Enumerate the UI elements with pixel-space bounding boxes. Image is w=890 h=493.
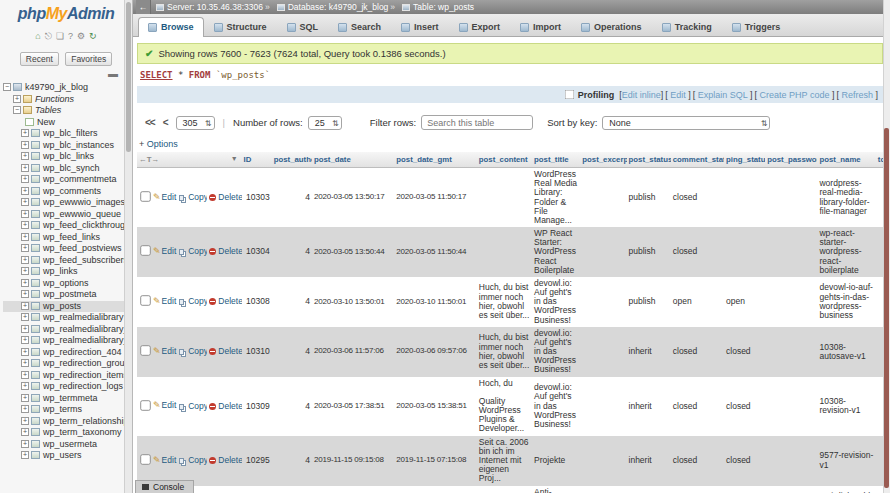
table-label[interactable]: wp_realmedialibrary_post	[43, 335, 132, 345]
cell-id[interactable]: 10310	[242, 327, 272, 377]
filter-rows-input[interactable]	[421, 115, 533, 130]
console-toggle[interactable]: Console	[135, 480, 194, 493]
expand-icon[interactable]: +	[21, 290, 29, 298]
copy-link[interactable]: Copy	[179, 296, 207, 306]
tree-node-tables[interactable]: −Tables	[3, 105, 132, 117]
sidebar-table-wp_ewwwio_images[interactable]: +wp_ewwwio_images	[3, 197, 132, 209]
cell-to[interactable]	[876, 227, 883, 277]
cell-post_date_gmt[interactable]: 2020-03-05 11:50:44	[394, 227, 476, 277]
copy-link[interactable]: Copy	[179, 246, 207, 256]
edit-link[interactable]: ✎Edit	[153, 192, 176, 202]
cell-ping_status[interactable]: closed	[724, 327, 765, 377]
sidebar-table-wp_users[interactable]: +wp_users	[3, 450, 132, 462]
cell-post_author[interactable]: 4	[272, 436, 312, 486]
expand-icon[interactable]: +	[21, 371, 29, 379]
sidebar-table-wp_realmedialibrary_meta[interactable]: +wp_realmedialibrary_meta	[3, 324, 132, 336]
cell-post_date[interactable]: 2020-03-06 11:57:06	[312, 327, 394, 377]
cell-to[interactable]	[876, 486, 883, 493]
edit-link[interactable]: ✎Edit	[153, 400, 176, 410]
delete-link[interactable]: Delete	[209, 455, 241, 465]
cell-to[interactable]	[876, 436, 883, 486]
cell-ping_status[interactable]: closed	[724, 436, 765, 486]
table-label[interactable]: wp_realmedialibrary_meta	[43, 324, 132, 334]
cell-post_status[interactable]: inherit	[627, 436, 671, 486]
cell-post_title[interactable]: WP React Starter: WordPress React Boiler…	[532, 227, 580, 277]
delete-link[interactable]: Delete	[209, 296, 241, 306]
cell-post_name[interactable]: devowl-io-auf-gehts-in-das-wordpress-bus…	[817, 277, 875, 327]
page-scrollbar[interactable]	[883, 0, 890, 493]
edit-link[interactable]: ✎Edit	[153, 346, 176, 356]
sidebar-table-wp_term_relationships[interactable]: +wp_term_relationships	[3, 416, 132, 428]
cell-id[interactable]: 10309	[242, 377, 272, 436]
profiling-link-explain-sql[interactable]: Explain SQL	[698, 90, 748, 100]
table-label[interactable]: wp_links	[43, 266, 78, 276]
sidebar-table-wp_redirection_logs[interactable]: +wp_redirection_logs	[3, 381, 132, 393]
docs-icon[interactable]: ❏	[56, 31, 64, 41]
cell-post_author[interactable]: 4	[272, 327, 312, 377]
edit-link[interactable]: ✎Edit	[153, 246, 176, 256]
sidebar-table-wp_options[interactable]: +wp_options	[3, 278, 132, 290]
tab-browse[interactable]: Browse	[138, 17, 204, 37]
cell-post_excerpt[interactable]	[580, 168, 626, 228]
cell-post_author[interactable]: 4	[272, 486, 312, 493]
sidebar-table-wp_feed_subscribers[interactable]: +wp_feed_subscribers	[3, 255, 132, 267]
collapse-icon[interactable]: −	[3, 83, 11, 91]
table-label[interactable]: wp_redirection_groups	[43, 358, 132, 368]
copy-link[interactable]: Copy	[179, 401, 207, 411]
cell-post_password[interactable]	[765, 436, 817, 486]
table-label[interactable]: wp_ewwwio_images	[43, 197, 125, 207]
table-label[interactable]: wp_postmeta	[43, 289, 97, 299]
cell-post_status[interactable]: inherit	[627, 327, 671, 377]
expand-icon[interactable]: +	[21, 336, 29, 344]
cell-post_date[interactable]: 2020-03-05 13:50:17	[312, 168, 394, 228]
expand-icon[interactable]: +	[21, 129, 29, 137]
cell-post_content[interactable]	[477, 486, 532, 493]
cell-post_password[interactable]	[765, 377, 817, 436]
cell-post_title[interactable]: WordPress Real Media Library: Folder & F…	[532, 168, 580, 228]
tree-node-database[interactable]: −k49790_jk_blog	[3, 82, 132, 94]
reload-icon[interactable]: ↻	[89, 31, 97, 41]
table-label[interactable]: wp_ewwwio_queue	[43, 209, 121, 219]
column-header-post_password[interactable]: post_password	[765, 152, 817, 168]
tree-node-new-table[interactable]: New	[3, 117, 132, 129]
cell-post_date[interactable]: 2019-11-15 09:15:08	[312, 436, 394, 486]
help-icon[interactable]: ?	[68, 31, 73, 41]
expand-icon[interactable]: +	[21, 164, 29, 172]
table-label[interactable]: wp_usermeta	[43, 439, 97, 449]
logout-icon[interactable]: ⎋	[45, 31, 52, 42]
cell-post_content[interactable]	[477, 168, 532, 228]
sidebar-table-wp_postmeta[interactable]: +wp_postmeta	[3, 289, 132, 301]
sidebar-table-wp_commentmeta[interactable]: +wp_commentmeta	[3, 174, 132, 186]
table-label[interactable]: wp_blc_instances	[43, 140, 114, 150]
new-table-label[interactable]: New	[37, 117, 55, 127]
column-header-post_title[interactable]: post_title	[532, 152, 580, 168]
expand-icon[interactable]: +	[21, 440, 29, 448]
previous-page-button[interactable]: <	[163, 117, 168, 128]
column-header-id[interactable]: ID	[242, 152, 272, 168]
table-label[interactable]: wp_realmedialibrary	[43, 312, 124, 322]
cell-post_name[interactable]: 10308-autosave-v1	[817, 327, 875, 377]
copy-link[interactable]: Copy	[179, 455, 207, 465]
cell-post_password[interactable]	[765, 227, 817, 277]
cell-post_excerpt[interactable]	[580, 327, 626, 377]
cell-post_date_gmt[interactable]: 2019-11-15 07:15:08	[394, 436, 476, 486]
table-label[interactable]: wp_blc_filters	[43, 128, 98, 138]
cell-to[interactable]	[876, 168, 883, 228]
expand-icon[interactable]: +	[21, 141, 29, 149]
cell-post_author[interactable]: 4	[272, 227, 312, 277]
sort-by-key-select[interactable]: None	[602, 116, 770, 130]
cell-post_date_gmt[interactable]: 2020-03-10 11:50:01	[394, 277, 476, 327]
table-label[interactable]: wp_commentmeta	[43, 174, 117, 184]
expand-icon[interactable]: +	[21, 428, 29, 436]
sidebar-table-wp_terms[interactable]: +wp_terms	[3, 404, 132, 416]
sidebar-table-wp_ewwwio_queue[interactable]: +wp_ewwwio_queue	[3, 209, 132, 221]
table-label[interactable]: wp_feed_postviews	[43, 243, 122, 253]
profiling-checkbox[interactable]	[564, 90, 574, 100]
move-columns-icon[interactable]: ←T→	[139, 155, 159, 164]
sidebar-table-wp_blc_filters[interactable]: +wp_blc_filters	[3, 128, 132, 140]
table-label[interactable]: wp_terms	[43, 404, 82, 414]
expand-icon[interactable]: +	[21, 417, 29, 425]
cell-comment_status[interactable]: closed	[671, 327, 724, 377]
collapse-icon[interactable]: −	[13, 106, 21, 114]
cell-post_status[interactable]: publish	[627, 227, 671, 277]
